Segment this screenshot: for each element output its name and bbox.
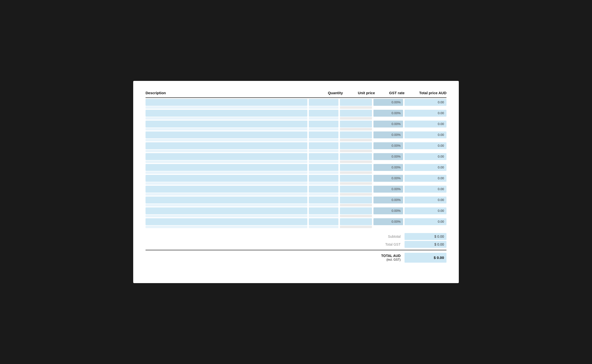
description-input[interactable] xyxy=(146,164,307,171)
subtotal-value: $ 0.00 xyxy=(405,233,446,240)
unit-price-spacer xyxy=(340,226,372,228)
quantity-input[interactable] xyxy=(309,142,338,149)
quantity-spacer xyxy=(309,161,338,163)
quantity-input[interactable] xyxy=(309,186,338,193)
quantity-spacer xyxy=(309,117,338,120)
total-aud-row: TOTAL AUD (incl. GST) $ 0.00 xyxy=(146,250,446,263)
unit-price-spacer xyxy=(340,139,372,141)
table-row: 0.00% 0.00 xyxy=(146,197,446,206)
total-spacer xyxy=(405,106,446,109)
unit-price-input[interactable] xyxy=(340,131,372,138)
gst-spacer xyxy=(373,182,403,185)
total-spacer xyxy=(405,161,446,163)
quantity-spacer xyxy=(309,226,338,228)
description-input[interactable] xyxy=(146,110,307,117)
description-input[interactable] xyxy=(146,153,307,160)
total-value: 0.00 xyxy=(405,121,446,127)
description-input[interactable] xyxy=(146,175,307,182)
unit-price-input[interactable] xyxy=(340,175,372,182)
gst-spacer xyxy=(373,171,403,174)
gst-rate-value: 0.00% xyxy=(373,175,403,182)
unit-price-spacer xyxy=(340,150,372,152)
quantity-input[interactable] xyxy=(309,164,338,171)
gst-spacer xyxy=(373,161,403,163)
description-input[interactable] xyxy=(146,186,307,193)
gst-spacer xyxy=(373,204,403,206)
description-spacer xyxy=(146,106,307,109)
description-spacer xyxy=(146,139,307,141)
gst-rate-value: 0.00% xyxy=(373,131,403,138)
total-spacer xyxy=(405,193,446,196)
quantity-input[interactable] xyxy=(309,197,338,203)
description-spacer xyxy=(146,150,307,152)
col-gst-rate-header: GST rate xyxy=(375,91,405,95)
unit-price-input[interactable] xyxy=(340,121,372,127)
gst-rate-value: 0.00% xyxy=(373,186,403,193)
quantity-input[interactable] xyxy=(309,175,338,182)
table-header: Description Quantity Unit price GST rate… xyxy=(146,91,446,98)
table-row: 0.00% 0.00 xyxy=(146,164,446,174)
unit-price-input[interactable] xyxy=(340,99,372,106)
gst-spacer xyxy=(373,128,403,130)
unit-price-input[interactable] xyxy=(340,197,372,203)
unit-price-spacer xyxy=(340,215,372,217)
table-row: 0.00% 0.00 xyxy=(146,186,446,196)
quantity-spacer xyxy=(309,128,338,130)
unit-price-input[interactable] xyxy=(340,153,372,160)
description-spacer xyxy=(146,182,307,185)
col-unit-price-header: Unit price xyxy=(343,91,375,95)
description-spacer xyxy=(146,215,307,217)
quantity-input[interactable] xyxy=(309,110,338,117)
table-row: 0.00% 0.00 xyxy=(146,131,446,141)
gst-rate-value: 0.00% xyxy=(373,207,403,214)
unit-price-input[interactable] xyxy=(340,110,372,117)
description-spacer xyxy=(146,193,307,196)
unit-price-spacer xyxy=(340,117,372,120)
subtotal-label: Subtotal xyxy=(373,235,403,238)
unit-price-spacer xyxy=(340,193,372,196)
quantity-input[interactable] xyxy=(309,218,338,225)
total-aud-label: TOTAL AUD (incl. GST) xyxy=(373,254,403,261)
unit-price-input[interactable] xyxy=(340,186,372,193)
total-value: 0.00 xyxy=(405,110,446,117)
total-gst-row: Total GST $ 0.00 xyxy=(146,241,446,248)
quantity-input[interactable] xyxy=(309,153,338,160)
total-value: 0.00 xyxy=(405,186,446,193)
total-spacer xyxy=(405,171,446,174)
description-input[interactable] xyxy=(146,197,307,203)
gst-rate-value: 0.00% xyxy=(373,99,403,106)
table-row: 0.00% 0.00 xyxy=(146,175,446,185)
gst-spacer xyxy=(373,193,403,196)
gst-rate-value: 0.00% xyxy=(373,142,403,149)
totals-section: Subtotal $ 0.00 Total GST $ 0.00 TOTAL A… xyxy=(146,233,446,263)
gst-spacer xyxy=(373,106,403,109)
gst-rate-value: 0.00% xyxy=(373,121,403,127)
quantity-input[interactable] xyxy=(309,99,338,106)
description-input[interactable] xyxy=(146,142,307,149)
unit-price-input[interactable] xyxy=(340,164,372,171)
unit-price-spacer xyxy=(340,182,372,185)
description-input[interactable] xyxy=(146,99,307,106)
unit-price-input[interactable] xyxy=(340,218,372,225)
quantity-input[interactable] xyxy=(309,131,338,138)
unit-price-input[interactable] xyxy=(340,142,372,149)
quantity-input[interactable] xyxy=(309,121,338,127)
quantity-spacer xyxy=(309,106,338,109)
quantity-input[interactable] xyxy=(309,207,338,214)
description-input[interactable] xyxy=(146,121,307,127)
total-value: 0.00 xyxy=(405,153,446,160)
description-spacer xyxy=(146,226,307,228)
total-value: 0.00 xyxy=(405,142,446,149)
total-value: 0.00 xyxy=(405,131,446,138)
total-value: 0.00 xyxy=(405,197,446,203)
description-input[interactable] xyxy=(146,207,307,214)
quantity-spacer xyxy=(309,150,338,152)
gst-rate-value: 0.00% xyxy=(373,197,403,203)
unit-price-input[interactable] xyxy=(340,207,372,214)
quantity-spacer xyxy=(309,182,338,185)
total-value: 0.00 xyxy=(405,164,446,171)
description-input[interactable] xyxy=(146,131,307,138)
total-gst-value: $ 0.00 xyxy=(405,241,446,248)
col-total-price-header: Total price AUD xyxy=(405,91,446,95)
description-input[interactable] xyxy=(146,218,307,225)
